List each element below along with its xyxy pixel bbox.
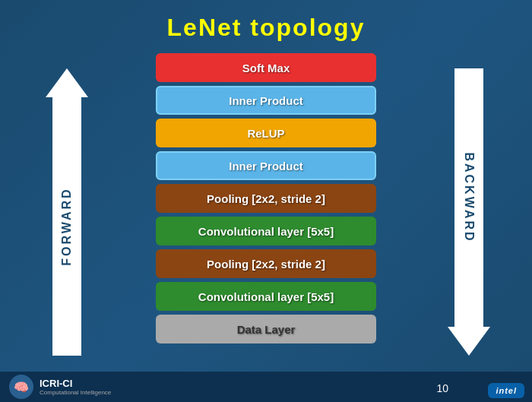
layer-box-7: Convolutional layer [5x5] — [156, 282, 376, 311]
layer-box-8: Data Layer — [156, 315, 376, 343]
page-number: 10 — [436, 382, 448, 394]
icri-logo: 🧠 ICRI-CI Computational Intelligence — [9, 375, 111, 399]
layer-box-6: Pooling [2x2, stride 2] — [156, 249, 376, 278]
forward-arrow-head — [46, 68, 88, 97]
forward-arrow-label: FORWARD — [60, 187, 74, 265]
network-diagram: Soft MaxInner ProductReLUPInner ProductP… — [156, 53, 376, 343]
layer-box-1: Inner Product — [156, 86, 376, 115]
forward-arrow-body: FORWARD — [52, 97, 81, 356]
icri-name: ICRI-CI — [40, 378, 111, 390]
layer-box-5: Convolutional layer [5x5] — [156, 217, 376, 245]
forward-arrow: FORWARD — [46, 68, 88, 356]
layer-box-3: Inner Product — [156, 151, 376, 180]
backward-arrow-body: BACKWARD — [454, 68, 483, 327]
slide: LeNet topology FORWARD BACKWARD Soft Max… — [0, 0, 532, 402]
icri-subtitle: Computational Intelligence — [40, 389, 111, 396]
backward-arrow-head — [448, 327, 490, 356]
layer-box-2: ReLUP — [156, 119, 376, 147]
slide-title: LeNet topology — [0, 0, 532, 42]
intel-badge: intel — [488, 383, 524, 398]
bottom-bar: 🧠 ICRI-CI Computational Intelligence 10 … — [0, 372, 532, 402]
icri-brain-icon: 🧠 — [9, 375, 33, 399]
layer-box-0: Soft Max — [156, 53, 376, 82]
backward-arrow-label: BACKWARD — [462, 152, 476, 242]
backward-arrow: BACKWARD — [448, 68, 490, 356]
layer-box-4: Pooling [2x2, stride 2] — [156, 184, 376, 213]
